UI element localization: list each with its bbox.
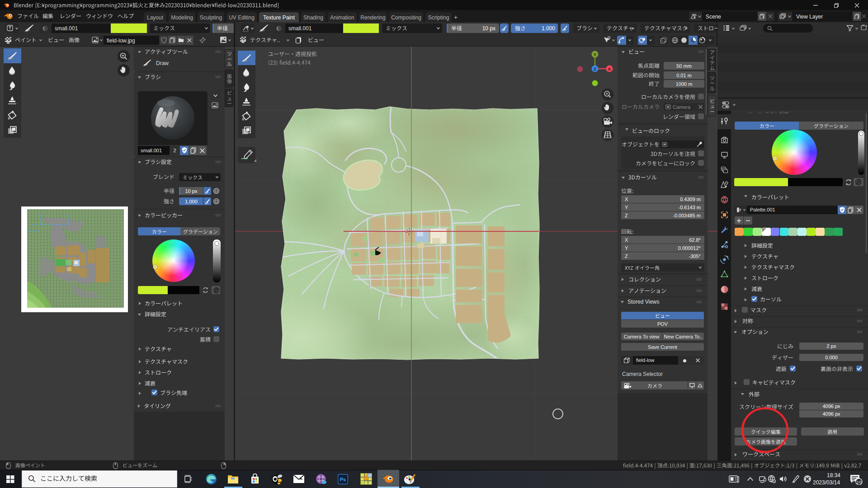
svg-text:Z: Z bbox=[594, 66, 596, 71]
svg-text:Y: Y bbox=[594, 52, 597, 57]
svg-text:10: 10 bbox=[857, 479, 862, 484]
svg-text:X: X bbox=[608, 66, 611, 71]
svg-text:Ps: Ps bbox=[340, 477, 346, 482]
